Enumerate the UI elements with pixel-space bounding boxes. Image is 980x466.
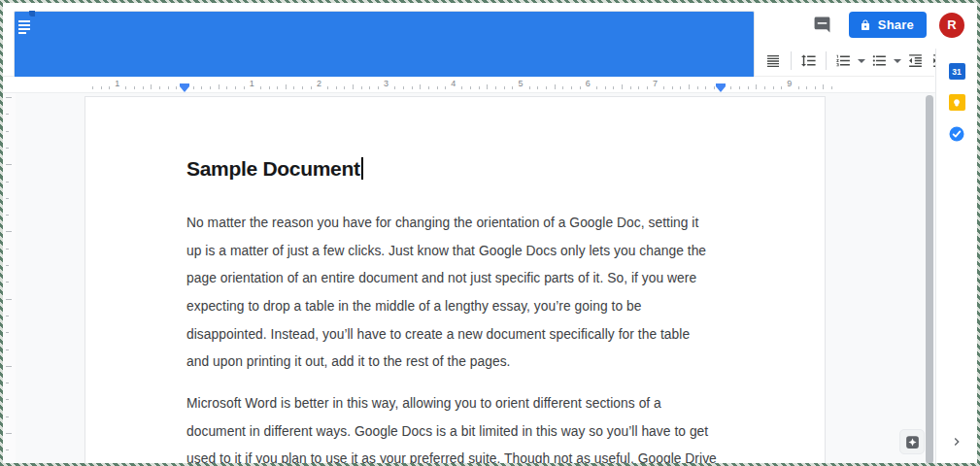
ruler-tick	[6, 299, 12, 300]
ruler-tick	[487, 84, 488, 89]
text-cursor	[361, 157, 363, 180]
ruler-tick	[6, 433, 12, 434]
doc-line: disappointed. Instead, you’ll have to cr…	[186, 321, 730, 350]
ruler-tick	[201, 86, 202, 89]
ruler-tick	[394, 86, 395, 89]
ruler-tick	[6, 231, 12, 232]
doc-line: and upon printing it out, add it to the …	[186, 349, 730, 377]
paragraph: Microsoft Word is better in this way, al…	[186, 390, 730, 463]
ruler-tick	[806, 86, 807, 89]
justify-button[interactable]	[761, 49, 786, 73]
ruler-tick	[378, 86, 379, 89]
ruler-tick	[537, 86, 538, 89]
share-button-label: Share	[878, 17, 914, 32]
ruler-number: 3	[384, 79, 389, 88]
ruler-tick	[293, 86, 294, 89]
open-comments-icon[interactable]	[813, 16, 831, 34]
tasks-icon[interactable]	[948, 125, 965, 147]
doc-line: page orientation of an entire document a…	[186, 265, 730, 293]
ruler-tick	[571, 86, 572, 89]
document-area: Sample Document No matter the reason you…	[3, 92, 935, 463]
docs-logo-icon[interactable]	[14, 11, 35, 38]
keep-icon[interactable]	[949, 94, 965, 111]
ruler-tick	[159, 86, 160, 89]
ruler-tick	[512, 86, 513, 89]
ruler-tick	[798, 86, 799, 89]
ruler-tick	[730, 86, 731, 89]
share-button[interactable]: Share	[849, 12, 927, 38]
ruler-tick	[269, 86, 270, 89]
doc-line: expecting to drop a table in the middle …	[186, 293, 730, 321]
explore-button[interactable]	[899, 429, 925, 454]
ruler-tick	[403, 86, 404, 89]
vertical-ruler	[3, 93, 16, 463]
ruler-tick	[697, 86, 698, 89]
ruler-tick	[495, 86, 496, 89]
document-page[interactable]: Sample Document No matter the reason you…	[84, 96, 826, 463]
ruler-tick	[336, 86, 337, 89]
ruler-tick	[739, 86, 740, 89]
ruler-tick	[277, 86, 278, 89]
bulleted-list-button[interactable]	[867, 49, 892, 73]
account-avatar[interactable]: R	[939, 13, 964, 38]
ruler-tick	[647, 86, 648, 89]
ruler-tick	[504, 86, 505, 89]
ruler-tick	[815, 86, 816, 89]
ruler-tick	[420, 84, 421, 89]
calendar-icon[interactable]: 31	[949, 63, 965, 80]
ruler-tick	[831, 86, 832, 89]
ruler-tick	[689, 84, 690, 89]
ruler-tick	[428, 86, 429, 89]
numbered-list-button[interactable]	[831, 49, 856, 73]
doc-line: Microsoft Word is better in this way, al…	[186, 390, 730, 418]
ruler-tick	[6, 249, 9, 250]
ruler-tick	[461, 86, 462, 89]
right-indent-marker[interactable]	[716, 83, 726, 92]
ruler-tick	[143, 86, 144, 89]
ruler-tick	[353, 84, 354, 89]
ruler-tick	[596, 86, 597, 89]
ruler-tick	[605, 86, 606, 89]
ruler-tick	[479, 86, 480, 89]
bulleted-list-menu-arrow[interactable]	[892, 49, 903, 73]
ruler-tick	[6, 131, 9, 132]
ruler-tick	[109, 86, 110, 89]
google-docs-window: TJsampledocs FileEditViewInsertFormatToo…	[3, 3, 977, 463]
ruler-tick	[580, 86, 581, 89]
left-indent-marker[interactable]	[180, 83, 189, 92]
ruler-tick	[529, 86, 530, 89]
ruler-number: 5	[518, 79, 523, 88]
ruler-tick	[562, 86, 563, 89]
ruler-tick	[6, 332, 9, 333]
ruler-tick	[705, 86, 706, 89]
ruler-tick	[756, 84, 757, 89]
paragraph: No matter the reason you have for changi…	[186, 210, 730, 377]
avatar-letter: R	[947, 17, 956, 32]
ruler-tick	[6, 114, 9, 115]
vertical-scrollbar-thumb[interactable]	[926, 95, 933, 463]
ruler-tick	[672, 86, 673, 89]
ruler-tick	[168, 86, 169, 89]
ruler-tick	[638, 86, 639, 89]
ruler-tick	[6, 383, 9, 383]
doc-line: document in different ways. Google Docs …	[186, 418, 730, 447]
numbered-list-menu-arrow[interactable]	[856, 49, 867, 73]
decrease-indent-button[interactable]	[903, 49, 928, 73]
ruler-tick	[344, 86, 345, 89]
ruler-tick	[193, 86, 194, 89]
explore-icon	[904, 434, 921, 450]
ruler-number: 1	[115, 79, 119, 88]
doc-line: up is a matter of just a few clicks. Jus…	[186, 238, 730, 266]
ruler-tick	[823, 84, 824, 89]
doc-line: No matter the reason you have for changi…	[186, 210, 730, 238]
ruler-tick	[244, 86, 245, 89]
ruler-number: 4	[451, 79, 456, 88]
lock-icon	[860, 19, 871, 31]
line-spacing-button[interactable]	[796, 49, 821, 73]
ruler-tick	[6, 148, 9, 149]
separator	[826, 51, 827, 70]
ruler-number: 7	[653, 79, 658, 88]
ruler-tick	[235, 86, 236, 89]
ruler-tick	[6, 97, 12, 98]
hide-side-panel-chevron[interactable]	[949, 434, 964, 449]
